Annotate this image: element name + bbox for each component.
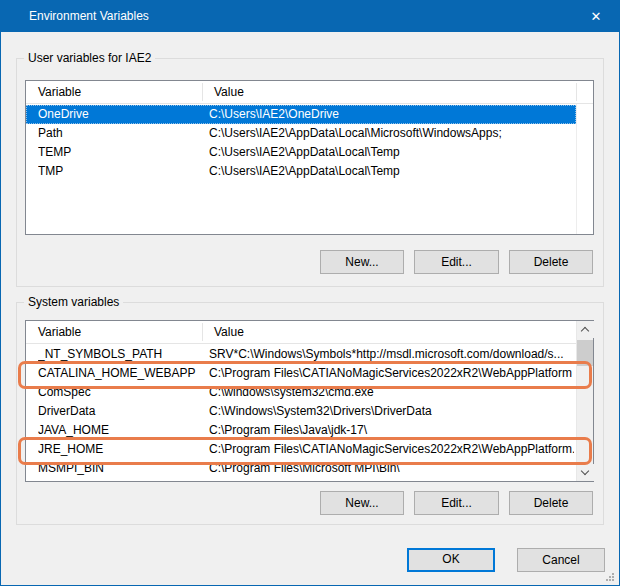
title-bar: Environment Variables ✕: [1, 1, 619, 32]
resize-grip[interactable]: [612, 579, 614, 581]
environment-variables-dialog: Environment Variables ✕ User variables f…: [0, 0, 620, 586]
system-variables-group-label: System variables: [24, 295, 123, 309]
delete-system-variable-button[interactable]: Delete: [509, 491, 593, 515]
table-row-comspec[interactable]: ComSpec C:\windows\system32\cmd.exe: [26, 383, 576, 402]
variable-value: C:\Program Files\Microsoft MPI\Bin\: [209, 459, 574, 478]
table-row-java-home[interactable]: JAVA_HOME C:\Program Files\Java\jdk-17\: [26, 421, 576, 440]
variable-name: OneDrive: [38, 105, 208, 124]
ok-button[interactable]: OK: [407, 548, 495, 572]
variable-value: C:\Program Files\Java\jdk-17\: [209, 421, 574, 440]
vertical-scrollbar[interactable]: [576, 321, 593, 481]
column-header-value[interactable]: Value: [202, 81, 576, 104]
column-header-variable[interactable]: Variable: [26, 81, 202, 104]
table-row-temp[interactable]: TEMP C:\Users\IAE2\AppData\Local\Temp: [26, 143, 593, 162]
new-system-variable-button[interactable]: New...: [320, 491, 404, 515]
new-user-variable-button[interactable]: New...: [320, 250, 404, 274]
variable-name: ComSpec: [38, 383, 208, 402]
table-row-jre-home[interactable]: JRE_HOME C:\Program Files\CATIANoMagicSe…: [26, 440, 576, 459]
edit-user-variable-button[interactable]: Edit...: [414, 250, 499, 274]
variable-name: Path: [38, 124, 208, 143]
variable-name: TEMP: [38, 143, 208, 162]
variable-name: JAVA_HOME: [38, 421, 208, 440]
user-variables-table: Variable Value OneDrive C:\Users\IAE2\On…: [25, 80, 594, 235]
edit-system-variable-button[interactable]: Edit...: [414, 491, 499, 515]
variable-value: C:\Windows\System32\Drivers\DriverData: [209, 402, 574, 421]
table-row-tmp[interactable]: TMP C:\Users\IAE2\AppData\Local\Temp: [26, 162, 593, 181]
table-row-nt-symbols-path[interactable]: _NT_SYMBOLS_PATH SRV*C:\Windows\Symbols*…: [26, 345, 576, 364]
variable-name: JRE_HOME: [38, 440, 208, 459]
system-variables-table: Variable Value _NT_SYMBOLS_PATH SRV*C:\W…: [25, 320, 594, 482]
variable-value: SRV*C:\Windows\Symbols*http://msdl.micro…: [209, 345, 574, 364]
user-table-header: Variable Value: [26, 81, 593, 104]
variable-value: C:\Users\IAE2\AppData\Local\Temp: [209, 162, 591, 181]
table-row-path[interactable]: Path C:\Users\IAE2\AppData\Local\Microso…: [26, 124, 593, 143]
cancel-button[interactable]: Cancel: [517, 548, 605, 572]
variable-name: MSMPI_BIN: [38, 459, 208, 478]
column-header-variable[interactable]: Variable: [26, 321, 202, 344]
table-row-driverdata[interactable]: DriverData C:\Windows\System32\Drivers\D…: [26, 402, 576, 421]
system-table-header: Variable Value: [26, 321, 576, 344]
scrollbar-thumb[interactable]: [577, 340, 593, 366]
variable-name: DriverData: [38, 402, 208, 421]
table-row-msmpi-bin[interactable]: MSMPI_BIN C:\Program Files\Microsoft MPI…: [26, 459, 576, 478]
header-divider[interactable]: [576, 83, 577, 101]
user-table-rows: OneDrive C:\Users\IAE2\OneDrive Path C:\…: [26, 105, 593, 234]
table-row-catalina-home-webapp[interactable]: CATALINA_HOME_WEBAPP C:\Program Files\CA…: [26, 364, 576, 383]
variable-name: TMP: [38, 162, 208, 181]
user-variables-group-label: User variables for IAE2: [24, 51, 155, 65]
close-icon[interactable]: ✕: [573, 1, 619, 32]
variable-value: C:\Users\IAE2\OneDrive: [209, 105, 574, 124]
scroll-up-button[interactable]: [577, 321, 594, 338]
chevron-down-icon: [581, 467, 589, 475]
scroll-down-button[interactable]: [577, 464, 594, 481]
variable-value: C:\Users\IAE2\AppData\Local\Microsoft\Wi…: [209, 124, 591, 143]
column-header-value[interactable]: Value: [202, 321, 562, 344]
variable-value: C:\windows\system32\cmd.exe: [209, 383, 574, 402]
delete-user-variable-button[interactable]: Delete: [509, 250, 593, 274]
chevron-up-icon: [581, 327, 589, 335]
variable-value: C:\Users\IAE2\AppData\Local\Temp: [209, 143, 591, 162]
system-table-rows: _NT_SYMBOLS_PATH SRV*C:\Windows\Symbols*…: [26, 345, 576, 481]
variable-name: _NT_SYMBOLS_PATH: [38, 345, 208, 364]
variable-value: C:\Program Files\CATIANoMagicServices202…: [209, 364, 574, 383]
table-row-onedrive[interactable]: OneDrive C:\Users\IAE2\OneDrive: [26, 105, 576, 124]
variable-name: CATALINA_HOME_WEBAPP: [38, 364, 208, 383]
variable-value: C:\Program Files\CATIANoMagicServices202…: [209, 440, 574, 459]
dialog-title: Environment Variables: [29, 1, 149, 32]
